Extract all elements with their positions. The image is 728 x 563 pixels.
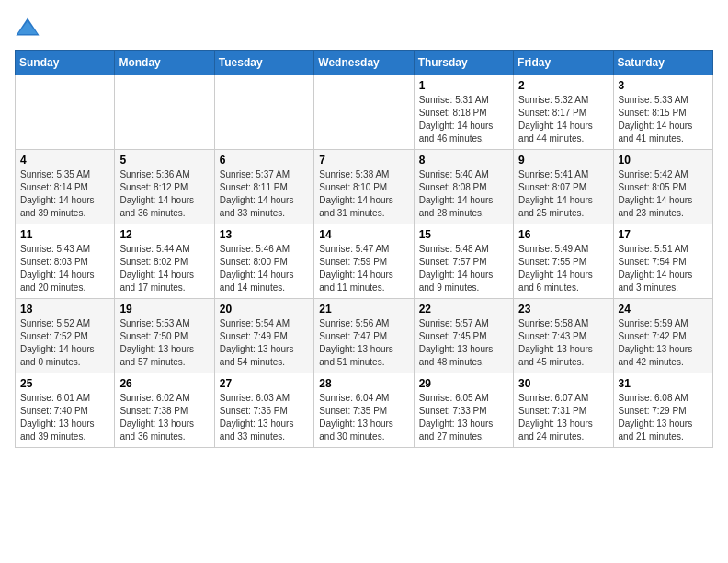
day-info: Sunrise: 5:46 AM Sunset: 8:00 PM Dayligh… xyxy=(220,243,309,294)
day-cell: 25Sunrise: 6:01 AM Sunset: 7:40 PM Dayli… xyxy=(16,373,115,448)
logo xyxy=(15,15,44,40)
day-cell xyxy=(214,75,313,150)
day-info: Sunrise: 5:33 AM Sunset: 8:15 PM Dayligh… xyxy=(619,94,708,145)
day-cell: 27Sunrise: 6:03 AM Sunset: 7:36 PM Dayli… xyxy=(214,373,313,448)
day-cell: 19Sunrise: 5:53 AM Sunset: 7:50 PM Dayli… xyxy=(115,299,214,373)
day-cell: 29Sunrise: 6:05 AM Sunset: 7:33 PM Dayli… xyxy=(414,373,513,448)
day-number: 18 xyxy=(20,303,109,316)
day-cell: 20Sunrise: 5:54 AM Sunset: 7:49 PM Dayli… xyxy=(214,299,313,373)
day-cell: 16Sunrise: 5:49 AM Sunset: 7:55 PM Dayli… xyxy=(514,224,613,299)
day-cell: 14Sunrise: 5:47 AM Sunset: 7:59 PM Dayli… xyxy=(314,224,414,299)
day-info: Sunrise: 5:31 AM Sunset: 8:18 PM Dayligh… xyxy=(419,94,508,145)
day-info: Sunrise: 5:58 AM Sunset: 7:43 PM Dayligh… xyxy=(518,317,608,369)
day-info: Sunrise: 5:42 AM Sunset: 8:05 PM Dayligh… xyxy=(619,168,708,220)
day-cell: 12Sunrise: 5:44 AM Sunset: 8:02 PM Dayli… xyxy=(115,224,214,299)
day-info: Sunrise: 6:02 AM Sunset: 7:38 PM Dayligh… xyxy=(119,392,209,443)
day-cell: 7Sunrise: 5:38 AM Sunset: 8:10 PM Daylig… xyxy=(314,150,414,224)
day-cell: 5Sunrise: 5:36 AM Sunset: 8:12 PM Daylig… xyxy=(115,150,214,224)
day-info: Sunrise: 5:47 AM Sunset: 7:59 PM Dayligh… xyxy=(319,243,408,294)
day-info: Sunrise: 5:37 AM Sunset: 8:11 PM Dayligh… xyxy=(220,168,309,220)
day-cell: 24Sunrise: 5:59 AM Sunset: 7:42 PM Dayli… xyxy=(613,299,712,373)
page-header xyxy=(15,15,713,40)
day-cell: 3Sunrise: 5:33 AM Sunset: 8:15 PM Daylig… xyxy=(613,75,712,150)
logo-icon xyxy=(15,15,40,40)
day-cell: 1Sunrise: 5:31 AM Sunset: 8:18 PM Daylig… xyxy=(414,75,513,150)
day-info: Sunrise: 5:59 AM Sunset: 7:42 PM Dayligh… xyxy=(619,317,708,369)
header-row: SundayMondayTuesdayWednesdayThursdayFrid… xyxy=(16,51,713,75)
day-number: 4 xyxy=(20,154,109,167)
day-number: 23 xyxy=(518,303,608,316)
day-number: 12 xyxy=(119,228,209,241)
week-row-3: 11Sunrise: 5:43 AM Sunset: 8:03 PM Dayli… xyxy=(16,224,713,299)
day-number: 14 xyxy=(319,228,408,241)
day-number: 11 xyxy=(20,228,109,241)
day-cell: 15Sunrise: 5:48 AM Sunset: 7:57 PM Dayli… xyxy=(414,224,513,299)
day-cell: 9Sunrise: 5:41 AM Sunset: 8:07 PM Daylig… xyxy=(514,150,613,224)
day-cell: 31Sunrise: 6:08 AM Sunset: 7:29 PM Dayli… xyxy=(613,373,712,448)
header-cell-monday: Monday xyxy=(115,51,214,75)
day-cell: 6Sunrise: 5:37 AM Sunset: 8:11 PM Daylig… xyxy=(214,150,313,224)
day-number: 13 xyxy=(220,228,309,241)
day-number: 22 xyxy=(419,303,508,316)
day-info: Sunrise: 5:36 AM Sunset: 8:12 PM Dayligh… xyxy=(119,168,209,220)
day-number: 29 xyxy=(419,377,508,390)
day-number: 2 xyxy=(518,79,608,92)
day-number: 30 xyxy=(518,377,608,390)
day-info: Sunrise: 5:32 AM Sunset: 8:17 PM Dayligh… xyxy=(518,94,608,145)
day-info: Sunrise: 5:40 AM Sunset: 8:08 PM Dayligh… xyxy=(419,168,508,220)
calendar-body: 1Sunrise: 5:31 AM Sunset: 8:18 PM Daylig… xyxy=(16,75,713,448)
day-number: 9 xyxy=(518,154,608,167)
day-info: Sunrise: 6:04 AM Sunset: 7:35 PM Dayligh… xyxy=(319,392,408,443)
day-number: 21 xyxy=(319,303,408,316)
day-cell: 4Sunrise: 5:35 AM Sunset: 8:14 PM Daylig… xyxy=(16,150,115,224)
day-info: Sunrise: 5:56 AM Sunset: 7:47 PM Dayligh… xyxy=(319,317,408,369)
svg-marker-1 xyxy=(18,21,38,34)
day-number: 5 xyxy=(119,154,209,167)
day-cell: 2Sunrise: 5:32 AM Sunset: 8:17 PM Daylig… xyxy=(514,75,613,150)
header-cell-saturday: Saturday xyxy=(613,51,712,75)
day-cell: 28Sunrise: 6:04 AM Sunset: 7:35 PM Dayli… xyxy=(314,373,414,448)
day-cell: 26Sunrise: 6:02 AM Sunset: 7:38 PM Dayli… xyxy=(115,373,214,448)
header-cell-thursday: Thursday xyxy=(414,51,513,75)
day-info: Sunrise: 5:48 AM Sunset: 7:57 PM Dayligh… xyxy=(419,243,508,294)
day-info: Sunrise: 5:51 AM Sunset: 7:54 PM Dayligh… xyxy=(619,243,708,294)
calendar-header: SundayMondayTuesdayWednesdayThursdayFrid… xyxy=(16,51,713,75)
day-info: Sunrise: 5:49 AM Sunset: 7:55 PM Dayligh… xyxy=(518,243,608,294)
day-cell: 21Sunrise: 5:56 AM Sunset: 7:47 PM Dayli… xyxy=(314,299,414,373)
day-cell xyxy=(314,75,414,150)
day-info: Sunrise: 6:03 AM Sunset: 7:36 PM Dayligh… xyxy=(220,392,309,443)
day-cell: 11Sunrise: 5:43 AM Sunset: 8:03 PM Dayli… xyxy=(16,224,115,299)
day-cell: 13Sunrise: 5:46 AM Sunset: 8:00 PM Dayli… xyxy=(214,224,313,299)
day-cell: 17Sunrise: 5:51 AM Sunset: 7:54 PM Dayli… xyxy=(613,224,712,299)
day-info: Sunrise: 6:08 AM Sunset: 7:29 PM Dayligh… xyxy=(619,392,708,443)
day-number: 8 xyxy=(419,154,508,167)
day-cell: 8Sunrise: 5:40 AM Sunset: 8:08 PM Daylig… xyxy=(414,150,513,224)
day-cell: 22Sunrise: 5:57 AM Sunset: 7:45 PM Dayli… xyxy=(414,299,513,373)
day-number: 10 xyxy=(619,154,708,167)
week-row-5: 25Sunrise: 6:01 AM Sunset: 7:40 PM Dayli… xyxy=(16,373,713,448)
day-number: 15 xyxy=(419,228,508,241)
header-cell-friday: Friday xyxy=(514,51,613,75)
day-number: 28 xyxy=(319,377,408,390)
day-number: 16 xyxy=(518,228,608,241)
day-info: Sunrise: 5:44 AM Sunset: 8:02 PM Dayligh… xyxy=(119,243,209,294)
day-cell: 18Sunrise: 5:52 AM Sunset: 7:52 PM Dayli… xyxy=(16,299,115,373)
week-row-4: 18Sunrise: 5:52 AM Sunset: 7:52 PM Dayli… xyxy=(16,299,713,373)
day-info: Sunrise: 5:57 AM Sunset: 7:45 PM Dayligh… xyxy=(419,317,508,369)
header-cell-tuesday: Tuesday xyxy=(214,51,313,75)
day-number: 20 xyxy=(220,303,309,316)
day-info: Sunrise: 6:07 AM Sunset: 7:31 PM Dayligh… xyxy=(518,392,608,443)
day-cell: 23Sunrise: 5:58 AM Sunset: 7:43 PM Dayli… xyxy=(514,299,613,373)
day-cell: 10Sunrise: 5:42 AM Sunset: 8:05 PM Dayli… xyxy=(613,150,712,224)
day-info: Sunrise: 6:01 AM Sunset: 7:40 PM Dayligh… xyxy=(20,392,109,443)
header-cell-sunday: Sunday xyxy=(16,51,115,75)
day-info: Sunrise: 5:43 AM Sunset: 8:03 PM Dayligh… xyxy=(20,243,109,294)
day-number: 1 xyxy=(419,79,508,92)
day-number: 19 xyxy=(119,303,209,316)
day-info: Sunrise: 5:38 AM Sunset: 8:10 PM Dayligh… xyxy=(319,168,408,220)
week-row-1: 1Sunrise: 5:31 AM Sunset: 8:18 PM Daylig… xyxy=(16,75,713,150)
day-number: 17 xyxy=(619,228,708,241)
day-number: 6 xyxy=(220,154,309,167)
day-cell xyxy=(115,75,214,150)
day-number: 27 xyxy=(220,377,309,390)
